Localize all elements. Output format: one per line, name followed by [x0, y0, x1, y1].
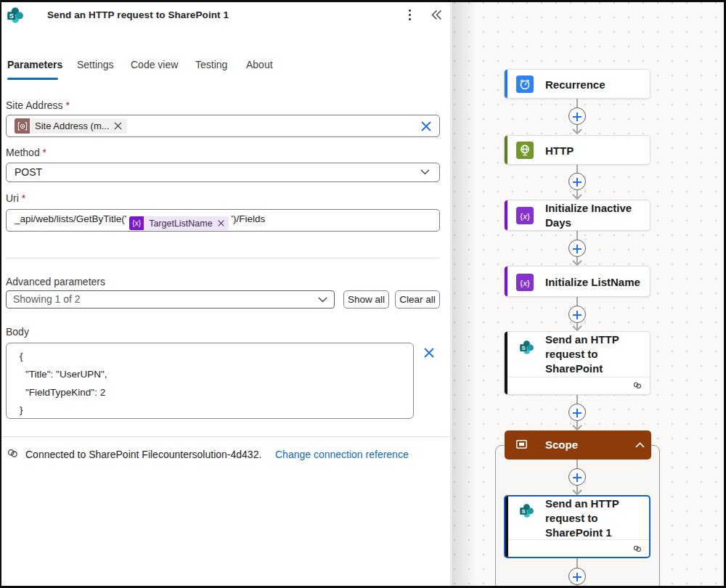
svg-text:S: S — [9, 12, 14, 20]
svg-text:S: S — [521, 508, 525, 515]
svg-text:{x}: {x} — [520, 279, 530, 287]
svg-text:S: S — [521, 345, 525, 351]
svg-text:{x}: {x} — [520, 212, 530, 221]
